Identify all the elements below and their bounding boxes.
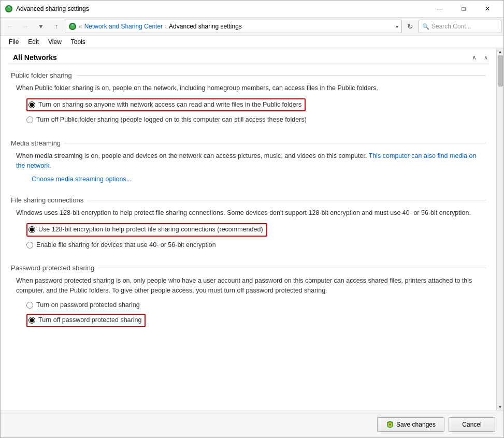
- password-sharing-section: Password protected sharing When password…: [1, 256, 496, 341]
- up-button[interactable]: ↑: [49, 19, 64, 34]
- menu-edit[interactable]: Edit: [24, 37, 43, 47]
- password-sharing-option-2-box: Turn off password protected sharing: [26, 314, 146, 327]
- scroll-thumb[interactable]: [498, 55, 503, 86]
- address-box[interactable]: « Network and Sharing Center › Advanced …: [65, 20, 402, 33]
- current-page-label: Advanced sharing settings: [169, 23, 242, 30]
- file-sharing-option-1-box: Use 128-bit encryption to help protect f…: [26, 223, 267, 237]
- search-box[interactable]: 🔍 Search Cont...: [419, 20, 501, 33]
- file-sharing-radio-128[interactable]: [28, 226, 35, 233]
- refresh-button[interactable]: ↻: [403, 19, 417, 34]
- save-changes-button[interactable]: Save changes: [377, 417, 444, 432]
- public-folder-label-on[interactable]: Turn on sharing so anyone with network a…: [38, 100, 301, 110]
- main-window: Advanced sharing settings — □ ✕ ← → ▼ ↑ …: [0, 0, 504, 438]
- public-folder-option-1-box: Turn on sharing so anyone with network a…: [26, 98, 306, 112]
- address-dropdown-btn[interactable]: ▾: [396, 24, 398, 30]
- content-area: All Networks ∧ ∧ Public folder sharing W…: [1, 48, 503, 411]
- maximize-button[interactable]: □: [452, 1, 476, 17]
- scrollbar-up-arrow[interactable]: ∧: [484, 54, 488, 61]
- media-streaming-desc-text: When media streaming is on, people and d…: [16, 152, 367, 159]
- svg-point-5: [71, 24, 74, 26]
- bottom-bar: Save changes Cancel: [1, 411, 503, 437]
- all-networks-header: All Networks ∧ ∧: [1, 48, 496, 64]
- network-center-link[interactable]: Network and Sharing Center: [84, 23, 163, 30]
- media-streaming-separator: [65, 143, 486, 143]
- file-sharing-option-1[interactable]: Use 128-bit encryption to help protect f…: [26, 223, 486, 237]
- choose-streaming-link[interactable]: Choose media streaming options...: [26, 176, 486, 183]
- network-icon: [68, 22, 77, 31]
- password-sharing-description: When password protected sharing is on, o…: [11, 276, 486, 296]
- scrollbar[interactable]: ▲ ▼: [496, 48, 503, 411]
- menu-tools[interactable]: Tools: [67, 37, 90, 47]
- addressbar: ← → ▼ ↑ « Network and Sharing Center › A…: [1, 17, 503, 36]
- media-streaming-header: Media streaming: [11, 139, 486, 147]
- close-button[interactable]: ✕: [476, 1, 499, 17]
- password-sharing-label-on[interactable]: Turn on password protected sharing: [36, 301, 140, 310]
- file-sharing-header: File sharing connections: [11, 196, 486, 204]
- file-sharing-label-40-56[interactable]: Enable file sharing for devices that use…: [36, 241, 216, 250]
- file-sharing-label-128[interactable]: Use 128-bit encryption to help protect f…: [38, 225, 263, 235]
- svg-point-6: [389, 424, 391, 426]
- address-separator-1: «: [79, 23, 82, 30]
- public-folder-option-1[interactable]: Turn on sharing so anyone with network a…: [26, 98, 486, 112]
- public-folder-radio-on[interactable]: [28, 101, 35, 108]
- password-sharing-header: Password protected sharing: [11, 264, 486, 272]
- cancel-button[interactable]: Cancel: [449, 417, 495, 432]
- password-sharing-radio-off[interactable]: [28, 317, 35, 324]
- recent-pages-button[interactable]: ▼: [34, 19, 48, 34]
- media-streaming-section: Media streaming When media streaming is …: [1, 131, 496, 192]
- breadcrumb-separator: ›: [165, 23, 167, 30]
- back-button[interactable]: ←: [3, 19, 17, 34]
- app-icon: [5, 5, 13, 13]
- file-sharing-title: File sharing connections: [11, 196, 83, 204]
- public-folder-radio-off[interactable]: [26, 116, 33, 123]
- svg-point-2: [8, 6, 10, 8]
- file-sharing-radio-40-56[interactable]: [26, 242, 33, 249]
- public-folder-title: Public folder sharing: [11, 71, 72, 79]
- minimize-button[interactable]: —: [428, 1, 452, 17]
- public-folder-label-off[interactable]: Turn off Public folder sharing (people l…: [36, 115, 307, 125]
- password-sharing-radio-on[interactable]: [26, 302, 33, 309]
- menubar: File Edit View Tools: [1, 36, 503, 48]
- save-button-label: Save changes: [396, 421, 436, 428]
- public-folder-separator: [76, 75, 486, 76]
- forward-button[interactable]: →: [18, 19, 33, 34]
- file-sharing-section: File sharing connections Windows uses 12…: [1, 191, 496, 256]
- password-sharing-option-2[interactable]: Turn off password protected sharing: [26, 314, 486, 327]
- file-sharing-option-2[interactable]: Enable file sharing for devices that use…: [26, 241, 486, 250]
- window-title: Advanced sharing settings: [16, 5, 428, 12]
- public-folder-section: Public folder sharing When Public folder…: [1, 64, 496, 131]
- public-folder-description: When Public folder sharing is on, people…: [11, 83, 486, 93]
- search-placeholder: Search Cont...: [431, 23, 471, 30]
- window-controls: — □ ✕: [428, 1, 499, 17]
- scroll-track[interactable]: [497, 55, 503, 403]
- search-icon: 🔍: [422, 23, 429, 30]
- menu-file[interactable]: File: [5, 37, 23, 47]
- collapse-chevron[interactable]: ∧: [472, 54, 477, 61]
- public-folder-header: Public folder sharing: [11, 71, 486, 79]
- titlebar: Advanced sharing settings — □ ✕: [1, 1, 503, 17]
- scroll-down-arrow[interactable]: ▼: [497, 403, 503, 411]
- media-streaming-title: Media streaming: [11, 139, 61, 147]
- public-folder-option-2[interactable]: Turn off Public folder sharing (people l…: [26, 115, 486, 125]
- password-sharing-option-1[interactable]: Turn on password protected sharing: [26, 301, 486, 310]
- menu-view[interactable]: View: [44, 37, 66, 47]
- all-networks-title: All Networks: [13, 53, 472, 62]
- file-sharing-separator: [88, 200, 486, 200]
- shield-icon: [386, 420, 394, 429]
- password-sharing-separator: [98, 268, 486, 268]
- scroll-up-arrow[interactable]: ▲: [497, 48, 503, 55]
- media-streaming-description: When media streaming is on, people and d…: [11, 151, 486, 171]
- password-sharing-title: Password protected sharing: [11, 264, 94, 272]
- password-sharing-label-off[interactable]: Turn off password protected sharing: [38, 316, 141, 325]
- file-sharing-description: Windows uses 128-bit encryption to help …: [11, 208, 486, 218]
- main-content: All Networks ∧ ∧ Public folder sharing W…: [1, 48, 496, 411]
